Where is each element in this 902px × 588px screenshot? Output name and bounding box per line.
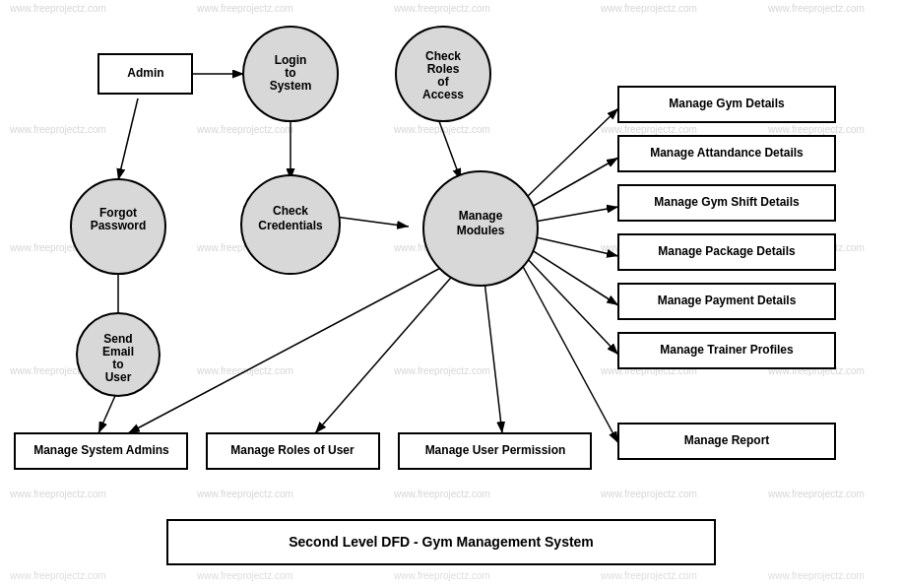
watermark: www.freeprojectz.com — [196, 3, 293, 14]
watermark: www.freeprojectz.com — [600, 124, 697, 135]
arrow-admin-forgot — [118, 98, 138, 180]
check-roles-label-2: Roles — [427, 62, 460, 76]
manage-attendance-label: Manage Attandance Details — [650, 146, 804, 160]
watermark: www.freeprojectz.com — [9, 489, 106, 499]
watermark: www.freeprojectz.com — [600, 489, 697, 499]
watermark-bottom-1: www.freeprojectz.com — [9, 570, 106, 581]
watermark: www.freeprojectz.com — [393, 365, 490, 376]
manage-report-label: Manage Report — [684, 433, 770, 447]
manage-trainer-label: Manage Trainer Profiles — [660, 343, 794, 357]
watermark: www.freeprojectz.com — [393, 489, 490, 499]
diagram-title: Second Level DFD - Gym Management System — [289, 534, 594, 550]
arrow-manage-sysadmins — [128, 264, 448, 433]
manage-roles-label: Manage Roles of User — [230, 443, 354, 457]
watermark: www.freeprojectz.com — [9, 3, 106, 14]
send-email-label-1: Send — [103, 332, 132, 346]
login-label-1: Login — [275, 53, 307, 67]
manage-system-admins-label: Manage System Admins — [33, 443, 169, 457]
check-roles-label-3: of — [437, 75, 449, 89]
watermark-bottom-4: www.freeprojectz.com — [600, 570, 697, 581]
arrow-checkroles-manage — [436, 113, 461, 180]
send-email-label-2: Email — [102, 345, 134, 359]
watermark: www.freeprojectz.com — [767, 489, 865, 499]
arrow-manage-attendance — [532, 158, 618, 207]
login-label-3: System — [270, 79, 312, 93]
watermark: www.freeprojectz.com — [393, 3, 490, 14]
check-cred-label-2: Credentials — [258, 219, 323, 232]
watermark-bottom-2: www.freeprojectz.com — [196, 570, 293, 581]
manage-modules-label-1: Manage — [459, 209, 503, 223]
check-roles-label-4: Access — [422, 88, 464, 101]
watermark: www.freeprojectz.com — [196, 489, 293, 499]
manage-gym-label: Manage Gym Details — [669, 97, 785, 110]
arrow-manage-payment — [529, 248, 618, 305]
arrow-manage-roles — [315, 264, 463, 433]
watermark: www.freeprojectz.com — [767, 124, 865, 135]
send-email-label-4: User — [105, 370, 132, 384]
admin-label: Admin — [127, 66, 163, 80]
arrow-manage-trainer — [525, 256, 618, 355]
forgot-label-1: Forgot — [99, 206, 137, 220]
arrow-manage-report — [520, 261, 618, 443]
manage-package-label: Manage Package Details — [658, 244, 796, 258]
login-label-2: to — [285, 66, 295, 80]
manage-shift-label: Manage Gym Shift Details — [654, 195, 800, 209]
arrow-manage-shift — [535, 207, 618, 222]
arrow-checkcred-manage — [335, 217, 409, 227]
send-email-label-3: to — [112, 358, 123, 371]
watermark-bottom-3: www.freeprojectz.com — [393, 570, 490, 581]
manage-modules-label-2: Modules — [457, 224, 505, 237]
manage-payment-label: Manage Payment Details — [658, 294, 797, 307]
manage-user-perm-label: Manage User Permission — [425, 443, 566, 457]
watermark: www.freeprojectz.com — [767, 3, 865, 14]
watermark: www.freeprojectz.com — [196, 124, 293, 135]
watermark: www.freeprojectz.com — [9, 124, 106, 135]
check-cred-label-1: Check — [273, 204, 308, 218]
watermark: www.freeprojectz.com — [600, 3, 697, 14]
arrow-manage-userperm — [483, 264, 502, 433]
arrow-manage-package — [532, 236, 618, 256]
check-roles-label-1: Check — [425, 49, 461, 63]
watermark-bottom-5: www.freeprojectz.com — [767, 570, 865, 581]
forgot-label-2: Password — [91, 219, 147, 232]
diagram-container: www.freeprojectz.com www.freeprojectz.co… — [0, 0, 902, 588]
